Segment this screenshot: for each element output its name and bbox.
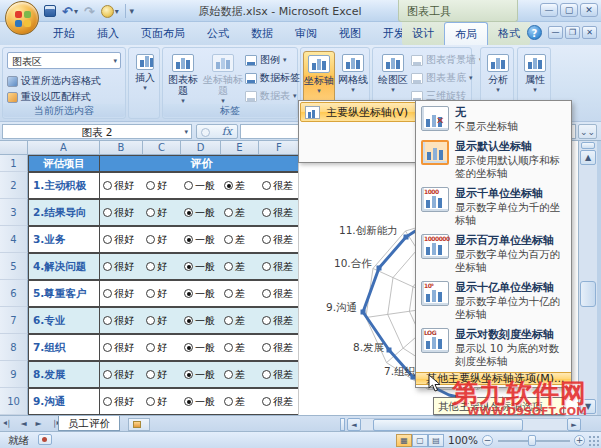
radio-好[interactable] <box>146 181 155 190</box>
rating-cell-很好[interactable]: 很好 <box>100 254 143 279</box>
context-tab-布局[interactable]: 布局 <box>444 22 488 45</box>
rating-cell-很好[interactable]: 很好 <box>100 362 143 387</box>
row-number[interactable]: 5 <box>0 253 28 280</box>
rating-cell-一般[interactable]: 一般 <box>181 362 221 387</box>
tab-开始[interactable]: 开始 <box>42 22 86 45</box>
radio-一般-selected[interactable] <box>184 397 193 406</box>
radio-好[interactable] <box>146 208 155 217</box>
rating-cell-很好[interactable]: 很好 <box>100 389 143 414</box>
minimize-icon[interactable]: — <box>540 3 558 17</box>
workbook-restore-icon[interactable]: ❐ <box>565 26 580 39</box>
submenu-item-3[interactable]: 1000显示千单位坐标轴显示数字单位为千的坐标轴 <box>416 184 571 231</box>
item-label-cell[interactable]: 8.发展 <box>28 361 100 388</box>
format-selection-button[interactable]: 设置所选内容格式 <box>7 74 101 88</box>
rating-cell-很差[interactable]: 很差 <box>259 362 300 387</box>
rating-cell-很好[interactable]: 很好 <box>100 281 143 306</box>
hscroll-thumb[interactable] <box>373 419 523 431</box>
tab-公式[interactable]: 公式 <box>196 22 240 45</box>
row-number[interactable]: 9 <box>0 361 28 388</box>
radio-差[interactable] <box>224 343 233 352</box>
radio-差[interactable] <box>224 370 233 379</box>
rating-cell-很差[interactable]: 很差 <box>259 335 300 360</box>
chart-elements-dropdown[interactable]: 图表区▾ <box>7 52 121 69</box>
radio-很好[interactable] <box>103 181 112 190</box>
zoom-level[interactable]: 100% <box>448 434 478 446</box>
row-number[interactable]: 8 <box>0 334 28 361</box>
reset-style-button[interactable]: 重设以匹配样式 <box>7 90 91 104</box>
chart-wall-button[interactable]: 图表背景墙▾ <box>411 52 483 68</box>
rating-cell-很差[interactable]: 很差 <box>259 254 300 279</box>
zoom-in-icon[interactable]: + <box>574 435 585 446</box>
redo-icon[interactable]: ↷ <box>84 3 95 19</box>
prev-sheet-icon[interactable]: ◄ <box>17 417 30 430</box>
rating-cell-很好[interactable]: 很好 <box>100 200 143 225</box>
first-sheet-icon[interactable]: ⯇⎸ <box>2 417 15 430</box>
radio-很好[interactable] <box>103 289 112 298</box>
analysis-button[interactable]: 分析 ▾ <box>482 51 514 105</box>
page-layout-view-icon[interactable]: ▢ <box>412 434 428 447</box>
header-rating-cell[interactable]: 评价 <box>100 155 304 172</box>
gridlines-button[interactable]: 网格线 ▾ <box>337 51 369 105</box>
column-header-D[interactable]: D <box>181 141 221 155</box>
radio-很差[interactable] <box>262 370 271 379</box>
radio-好[interactable] <box>146 316 155 325</box>
radio-一般[interactable] <box>184 181 193 190</box>
row-number[interactable]: 3 <box>0 199 28 226</box>
data-labels-button[interactable]: 数据标签▾ <box>245 70 307 86</box>
radio-好[interactable] <box>146 235 155 244</box>
plot-area-button[interactable]: 绘图区 ▾ <box>377 51 409 105</box>
customize-qat-icon[interactable]: ▾ <box>125 4 138 18</box>
rating-cell-差[interactable]: 差 <box>221 308 259 333</box>
rating-cell-一般[interactable]: 一般 <box>181 389 221 414</box>
insert-button[interactable]: 插入 ▾ <box>129 51 161 105</box>
item-label-cell[interactable]: 5.尊重客户 <box>28 280 100 307</box>
axes-button[interactable]: 坐标轴 ▾ <box>303 51 335 105</box>
properties-button[interactable]: 属性 ▾ <box>519 51 551 105</box>
radio-差[interactable] <box>224 397 233 406</box>
scroll-right-icon[interactable]: ► <box>567 418 581 431</box>
rating-cell-差[interactable]: 差 <box>221 362 259 387</box>
rating-cell-很好[interactable]: 很好 <box>100 227 143 252</box>
row-number[interactable]: 1 <box>0 155 28 172</box>
submenu-item-1[interactable]: ✕无不显示坐标轴 <box>416 103 571 137</box>
rating-cell-好[interactable]: 好 <box>143 200 181 225</box>
legend-button[interactable]: 图例▾ <box>245 52 307 68</box>
insert-function-button[interactable]: fx <box>196 124 238 139</box>
scroll-down-icon[interactable]: ▼ <box>580 399 596 414</box>
radio-一般-selected[interactable] <box>184 343 193 352</box>
radio-很好[interactable] <box>103 316 112 325</box>
header-item-cell[interactable]: 评估项目 <box>28 155 100 172</box>
insert-worksheet-tab[interactable] <box>128 418 150 431</box>
page-break-view-icon[interactable]: ▤ <box>428 434 444 447</box>
select-all-corner[interactable] <box>0 141 28 155</box>
tab-split-handle[interactable] <box>340 418 345 431</box>
radio-好[interactable] <box>146 397 155 406</box>
rating-cell-差[interactable]: 差 <box>221 335 259 360</box>
radio-一般-selected[interactable] <box>184 316 193 325</box>
radio-很好[interactable] <box>103 343 112 352</box>
rating-cell-一般[interactable]: 一般 <box>181 281 221 306</box>
rating-cell-好[interactable]: 好 <box>143 308 181 333</box>
scroll-left-icon[interactable]: ◄ <box>347 418 361 431</box>
submenu-item-5[interactable]: 10⁹显示十亿单位坐标轴显示数字单位为十亿的坐标轴 <box>416 278 571 325</box>
hscroll-track[interactable] <box>361 418 567 431</box>
rating-cell-很好[interactable]: 很好 <box>100 335 143 360</box>
radio-差[interactable] <box>224 289 233 298</box>
radio-很好[interactable] <box>103 397 112 406</box>
column-header-A[interactable]: A <box>28 141 100 155</box>
rating-cell-很差[interactable]: 很差 <box>259 281 300 306</box>
vscroll-thumb[interactable] <box>580 281 596 307</box>
radio-很差[interactable] <box>262 316 271 325</box>
radio-很差[interactable] <box>262 289 271 298</box>
item-label-cell[interactable]: 6.专业 <box>28 307 100 334</box>
rating-cell-差[interactable]: 差 <box>221 281 259 306</box>
rating-cell-一般[interactable]: 一般 <box>181 254 221 279</box>
close-icon[interactable]: ✕ <box>580 3 598 17</box>
radio-很好[interactable] <box>103 370 112 379</box>
radio-好[interactable] <box>146 370 155 379</box>
radio-差[interactable] <box>224 235 233 244</box>
row-number[interactable]: 7 <box>0 307 28 334</box>
tab-页面布局[interactable]: 页面布局 <box>130 22 196 45</box>
submenu-item-6[interactable]: LOG显示对数刻度坐标轴显示以 10 为底的对数刻度坐标轴 <box>416 325 571 372</box>
item-label-cell[interactable]: 1.主动积极 <box>28 172 100 199</box>
